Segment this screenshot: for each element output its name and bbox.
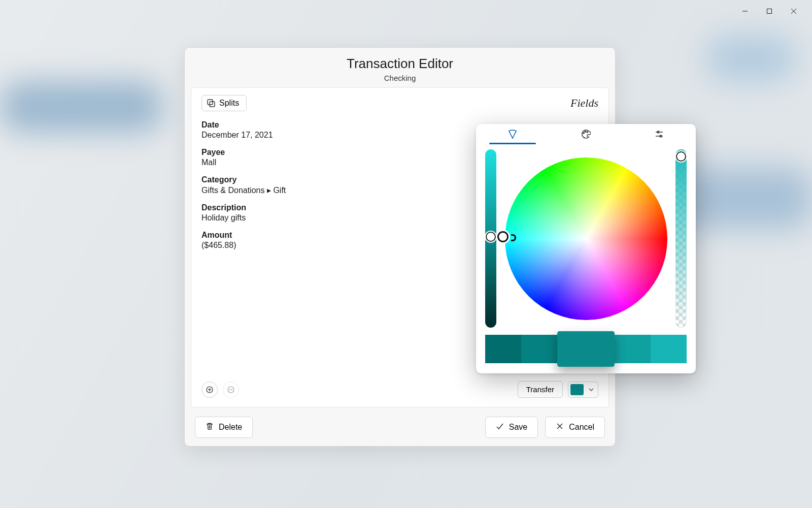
splits-button[interactable]: Splits [201, 95, 247, 111]
svg-point-13 [583, 133, 584, 134]
add-button[interactable] [201, 382, 218, 398]
window-controls [733, 3, 806, 19]
maximize-button[interactable] [757, 3, 782, 19]
tab-palette[interactable] [549, 124, 622, 144]
transfer-button[interactable]: Transfer [518, 381, 563, 398]
tab-viewer[interactable] [476, 124, 549, 144]
svg-rect-1 [767, 9, 772, 14]
shade-row [485, 335, 687, 363]
dialog-footer: Delete Save Cancel [185, 407, 615, 446]
minimize-button[interactable] [733, 3, 757, 19]
splits-icon [207, 99, 215, 107]
check-icon [496, 422, 504, 432]
shade-swatch[interactable] [521, 335, 557, 363]
alpha-thumb[interactable] [676, 151, 686, 162]
svg-point-15 [587, 132, 588, 133]
lightness-slider[interactable] [485, 149, 496, 328]
shade-swatch[interactable] [485, 335, 521, 363]
dialog-title: Transaction Editor [185, 56, 615, 72]
shade-swatch[interactable] [557, 331, 615, 367]
dialog-subtitle: Checking [185, 74, 615, 82]
color-picker-popover [476, 124, 696, 373]
splits-label: Splits [219, 99, 239, 108]
shade-swatch[interactable] [651, 335, 687, 363]
color-swatch [570, 384, 584, 395]
trash-icon [206, 422, 214, 432]
shade-swatch[interactable] [615, 335, 651, 363]
save-button[interactable]: Save [485, 417, 538, 438]
chevron-down-icon [589, 385, 594, 394]
cancel-button[interactable]: Cancel [545, 417, 605, 438]
alpha-slider[interactable] [675, 149, 687, 328]
color-picker-tabs [476, 124, 696, 144]
delete-button[interactable]: Delete [195, 417, 253, 438]
color-wheel-handle[interactable] [497, 231, 509, 242]
remove-button[interactable] [223, 382, 239, 398]
close-button[interactable] [782, 3, 806, 19]
color-dropdown[interactable] [568, 382, 598, 398]
close-icon [556, 422, 564, 432]
fields-heading: Fields [570, 97, 598, 110]
color-wheel[interactable] [505, 157, 667, 320]
tab-sliders[interactable] [623, 124, 696, 144]
lightness-thumb[interactable] [486, 232, 496, 242]
svg-point-14 [585, 131, 586, 132]
dialog-header: Transaction Editor Checking [185, 48, 615, 87]
